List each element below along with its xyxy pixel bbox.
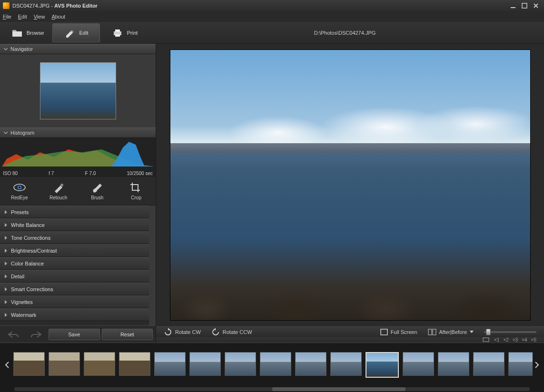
fullscreen-icon — [380, 329, 388, 335]
zoom-x1[interactable]: ×1 — [494, 337, 499, 343]
svg-rect-4 — [115, 34, 120, 37]
thumbnail-scrollbar[interactable] — [0, 386, 544, 392]
histogram-chart — [2, 140, 154, 167]
zoom-fit-icon[interactable] — [483, 337, 489, 342]
close-button[interactable] — [531, 2, 541, 10]
undo-button[interactable] — [3, 329, 24, 340]
panel-navigator-header[interactable]: Navigator — [0, 44, 156, 54]
thumbnail[interactable] — [330, 352, 362, 376]
thumbnail[interactable] — [508, 352, 533, 376]
acc-smart-corrections[interactable]: Smart Corrections — [0, 283, 149, 295]
title-appname: AVS Photo Editor — [54, 3, 98, 9]
tool-retouch[interactable]: Retouch — [43, 182, 74, 200]
panel-histogram-header[interactable]: Histogram — [0, 127, 156, 138]
acc-brightness-contrast[interactable]: Brightness/Contrast — [0, 244, 149, 257]
thumbnail[interactable] — [260, 352, 291, 376]
menu-file[interactable]: File — [3, 14, 11, 20]
histogram-aperture-short: f 7 — [49, 171, 54, 176]
thumb-next-button[interactable] — [533, 348, 541, 382]
reset-button[interactable]: Reset — [102, 329, 153, 340]
rotate-cw-label: Rotate CW — [175, 329, 201, 335]
acc-white-balance[interactable]: White Balance — [0, 218, 149, 231]
acc-color-balance[interactable]: Color Balance — [0, 257, 149, 270]
minimize-button[interactable] — [508, 2, 518, 10]
acc-label: Color Balance — [11, 261, 44, 266]
accordion: Presets White Balance Tone Corrections B… — [0, 206, 149, 325]
zoom-x4[interactable]: ×4 — [522, 337, 527, 343]
histogram-body: ISO 80 f 7 F 7.0 10/2500 sec — [0, 138, 156, 177]
thumbnail[interactable] — [189, 352, 221, 376]
acc-detail[interactable]: Detail — [0, 270, 149, 283]
tab-print[interactable]: Print — [101, 23, 148, 42]
thumbnail[interactable] — [295, 352, 326, 376]
menu-edit[interactable]: Edit — [18, 14, 27, 20]
acc-presets[interactable]: Presets — [0, 206, 149, 218]
thumbnail[interactable] — [84, 352, 115, 376]
scrollbar-handle[interactable] — [272, 387, 406, 391]
chevron-down-icon — [470, 331, 474, 333]
save-label: Save — [68, 332, 80, 337]
main-canvas[interactable] — [170, 49, 531, 321]
acc-label: Brightness/Contrast — [11, 248, 57, 254]
tab-edit[interactable]: Edit — [52, 23, 100, 42]
canvas-toolbar: Rotate CW Rotate CCW Full Screen After|B… — [156, 326, 544, 337]
collapse-icon — [4, 131, 8, 135]
acc-label: Watermark — [11, 312, 36, 318]
crop-icon — [129, 182, 143, 193]
collapse-icon — [4, 47, 8, 51]
svg-rect-12 — [483, 338, 489, 342]
zoom-slider-thumb[interactable] — [486, 329, 491, 335]
acc-watermark[interactable]: Watermark — [0, 308, 149, 321]
histogram-info: ISO 80 f 7 F 7.0 10/2500 sec — [0, 171, 156, 176]
menu-about[interactable]: About — [51, 14, 65, 20]
thumbnail-list — [11, 352, 533, 378]
tab-print-label: Print — [127, 30, 138, 36]
panel-histogram-title: Histogram — [10, 130, 34, 136]
svg-rect-1 — [522, 3, 527, 8]
rotate-ccw-icon — [211, 328, 220, 336]
save-button[interactable]: Save — [49, 329, 100, 340]
chevron-right-icon — [5, 262, 7, 265]
chevron-right-icon — [5, 223, 7, 227]
title-filename: DSC04274.JPG — [12, 3, 49, 9]
zoom-levels: ×1 ×2 ×3 ×4 ×5 — [494, 337, 536, 343]
thumbnail[interactable] — [473, 352, 504, 376]
tool-redeye[interactable]: RedEye — [4, 182, 35, 200]
thumbnail-selected[interactable] — [366, 352, 399, 378]
zoom-x2[interactable]: ×2 — [503, 337, 508, 343]
thumbnail[interactable] — [13, 352, 45, 376]
histogram-shutter: 10/2500 sec — [127, 171, 153, 176]
maximize-button[interactable] — [519, 2, 530, 10]
fullscreen-button[interactable]: Full Screen — [380, 329, 417, 335]
thumbnail[interactable] — [403, 352, 434, 376]
tab-browse[interactable]: Browse — [4, 23, 51, 42]
acc-vignettes[interactable]: Vignettes — [0, 295, 149, 308]
thumbnail-strip — [0, 343, 544, 386]
menu-view[interactable]: View — [34, 14, 45, 20]
after-before-dropdown[interactable]: After|Before — [428, 329, 474, 335]
thumbnail[interactable] — [225, 352, 256, 376]
redo-button[interactable] — [26, 329, 47, 340]
acc-label: Tone Corrections — [11, 235, 50, 241]
tool-crop[interactable]: Crop — [121, 182, 151, 200]
tab-edit-label: Edit — [79, 30, 89, 36]
rotate-cw-button[interactable]: Rotate CW — [164, 328, 201, 336]
acc-tone-corrections[interactable]: Tone Corrections — [0, 231, 149, 244]
zoom-x3[interactable]: ×3 — [513, 337, 518, 343]
tool-brush[interactable]: Brush — [82, 182, 112, 200]
thumbnail[interactable] — [438, 352, 469, 376]
thumbnail[interactable] — [154, 352, 186, 376]
svg-rect-3 — [115, 29, 120, 32]
navigator-thumbnail[interactable] — [40, 62, 116, 119]
rotate-ccw-button[interactable]: Rotate CCW — [211, 328, 252, 336]
svg-rect-0 — [511, 7, 515, 8]
eye-icon — [13, 182, 26, 193]
thumbnail[interactable] — [119, 352, 150, 376]
zoom-slider[interactable] — [484, 331, 536, 333]
canvas-area: Rotate CW Rotate CCW Full Screen After|B… — [156, 44, 544, 343]
thumbnail[interactable] — [49, 352, 80, 376]
zoom-x5[interactable]: ×5 — [531, 337, 536, 343]
chevron-right-icon — [5, 300, 7, 304]
accordion-scrollbar[interactable] — [149, 206, 156, 325]
thumb-prev-button[interactable] — [3, 348, 11, 382]
